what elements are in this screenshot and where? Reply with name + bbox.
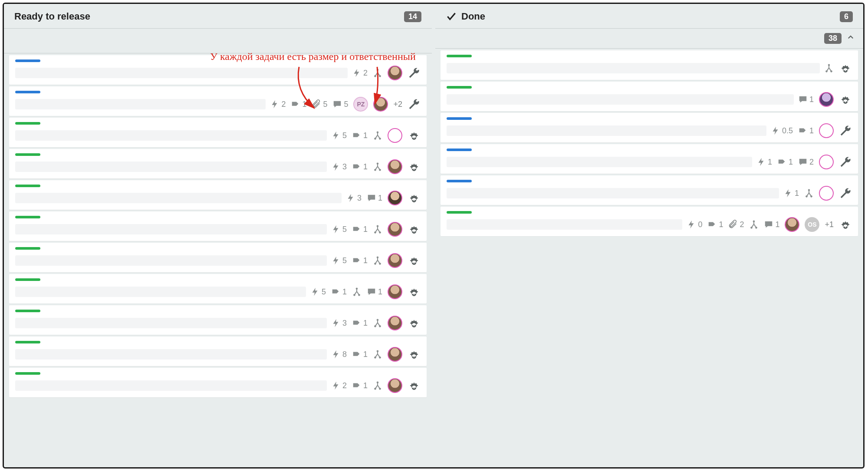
relations-meta — [352, 287, 362, 297]
assignee-avatar[interactable] — [785, 217, 799, 232]
assignee-avatar[interactable] — [819, 92, 834, 107]
comments-meta: 1 — [367, 287, 382, 297]
assignee-avatar[interactable] — [388, 316, 402, 330]
relations-meta — [373, 162, 382, 172]
assignee-avatar[interactable] — [388, 66, 402, 80]
tag-meta: 1 — [798, 126, 814, 135]
tag-icon — [352, 318, 362, 328]
gear-icon[interactable] — [839, 218, 852, 231]
gear-icon[interactable] — [408, 317, 421, 330]
task-card[interactable]: 0121OS+1 — [441, 207, 858, 236]
assignee-avatar[interactable] — [373, 97, 388, 112]
task-card[interactable]: 31 — [9, 305, 427, 335]
column-title: Ready to release — [14, 11, 90, 22]
chat-icon — [798, 95, 808, 104]
column-header[interactable]: Done 6 — [435, 4, 863, 28]
chat-icon — [332, 99, 342, 109]
effort-value: 3 — [342, 162, 347, 172]
gear-icon[interactable] — [408, 379, 421, 392]
card-metadata: 51 — [331, 222, 421, 237]
effort-meta: 0.5 — [771, 126, 793, 135]
assignee-avatar[interactable] — [388, 253, 402, 268]
card-color-stripe — [15, 310, 40, 312]
comments-count: 5 — [344, 100, 348, 109]
task-card[interactable]: 51 — [9, 243, 427, 272]
attachment-meta: 5 — [312, 99, 327, 109]
effort-value: 5 — [342, 256, 347, 265]
effort-meta: 5 — [331, 256, 347, 265]
assignee-avatar[interactable] — [819, 186, 834, 201]
comments-meta: 2 — [798, 157, 814, 167]
task-card[interactable]: 1 — [441, 82, 858, 111]
task-card[interactable]: 51 — [9, 118, 427, 147]
gear-icon[interactable] — [408, 348, 421, 361]
task-card[interactable]: 511 — [9, 274, 427, 304]
wrench-icon[interactable] — [408, 66, 421, 79]
chevron-up-icon[interactable] — [847, 33, 855, 43]
assignee-avatar[interactable] — [819, 155, 834, 169]
gear-icon[interactable] — [408, 160, 421, 173]
tag-count: 1 — [789, 158, 793, 167]
card-color-stripe — [15, 91, 40, 93]
card-list: 1 0.51 112 1 — [435, 49, 863, 241]
assignee-avatar[interactable] — [388, 347, 402, 362]
assignee-avatar[interactable] — [388, 378, 402, 393]
gear-icon[interactable] — [839, 62, 852, 75]
column-header[interactable]: Ready to release 14 — [4, 4, 432, 28]
task-card[interactable] — [441, 50, 858, 80]
task-card[interactable]: 31 — [9, 180, 427, 210]
more-assignees[interactable]: +2 — [393, 100, 402, 109]
effort-value: 2 — [342, 381, 347, 390]
assignee-avatar[interactable]: OS — [805, 217, 819, 232]
card-color-stripe — [15, 59, 40, 62]
task-card[interactable]: 31 — [9, 149, 427, 178]
merge-icon — [373, 318, 382, 328]
swimlane-header[interactable]: 38 — [435, 29, 863, 48]
assignee-avatar[interactable] — [388, 222, 402, 237]
effort-value: 3 — [342, 319, 347, 328]
kanban-board: Ready to release 14 2 2155PZ+2 — [4, 4, 863, 467]
bolt-icon — [771, 126, 780, 135]
wrench-icon[interactable] — [839, 124, 852, 137]
check-icon — [446, 11, 457, 22]
assignee-avatar[interactable] — [388, 128, 402, 143]
gear-icon[interactable] — [839, 93, 852, 106]
gear-icon[interactable] — [408, 285, 421, 298]
gear-icon[interactable] — [408, 129, 421, 142]
task-card[interactable]: 21 — [9, 368, 427, 397]
tag-count: 1 — [302, 100, 306, 109]
gear-icon[interactable] — [408, 254, 421, 267]
gear-icon[interactable] — [408, 191, 421, 205]
task-card[interactable]: 81 — [9, 337, 427, 366]
tag-count: 1 — [363, 381, 368, 390]
wrench-icon[interactable] — [408, 98, 421, 111]
card-color-stripe — [15, 216, 40, 218]
card-title-redacted — [15, 130, 327, 141]
merge-icon — [804, 188, 814, 198]
assignee-avatar[interactable] — [388, 191, 402, 205]
relations-meta — [373, 318, 382, 328]
effort-value: 8 — [342, 350, 347, 359]
task-card[interactable]: 2155PZ+2 — [9, 86, 427, 116]
wrench-icon[interactable] — [839, 155, 852, 168]
card-metadata: 1 — [783, 186, 852, 201]
relations-meta — [373, 224, 382, 234]
tag-count: 1 — [363, 225, 368, 234]
card-title-redacted — [15, 255, 327, 266]
gear-icon[interactable] — [408, 223, 421, 236]
task-card[interactable]: 112 — [441, 144, 858, 174]
more-assignees[interactable]: +1 — [825, 220, 834, 229]
wrench-icon[interactable] — [839, 187, 852, 200]
comments-count: 2 — [809, 158, 814, 167]
task-card[interactable]: 2 — [9, 55, 427, 85]
assignee-avatar[interactable] — [388, 159, 402, 174]
task-card[interactable]: 51 — [9, 211, 427, 241]
effort-value: 0.5 — [782, 126, 793, 135]
assignee-avatar[interactable]: PZ — [353, 97, 368, 112]
task-card[interactable]: 1 — [441, 175, 858, 205]
assignee-avatar[interactable] — [819, 123, 834, 138]
chat-icon — [798, 157, 808, 167]
assignee-avatar[interactable] — [388, 284, 402, 299]
task-card[interactable]: 0.51 — [441, 113, 858, 142]
merge-icon — [373, 68, 382, 78]
